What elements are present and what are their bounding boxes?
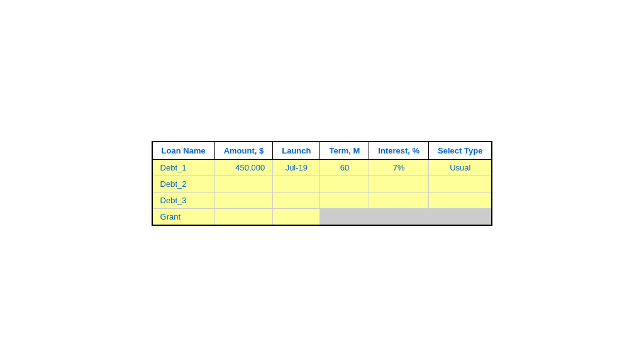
cell-term[interactable]: 60 — [320, 160, 369, 176]
table-row: Debt_1450,000Jul-19607%Usual — [152, 160, 492, 176]
cell-term[interactable] — [320, 209, 369, 226]
cell-select_type[interactable] — [429, 209, 492, 226]
cell-interest[interactable] — [369, 176, 429, 193]
cell-term[interactable] — [320, 193, 369, 209]
cell-interest[interactable] — [369, 209, 429, 226]
cell-select_type[interactable] — [429, 176, 492, 193]
cell-loan_name[interactable]: Grant — [152, 209, 215, 226]
col-header-term: Term, M — [320, 142, 369, 160]
cell-launch[interactable] — [273, 176, 320, 193]
cell-amount[interactable]: 450,000 — [214, 160, 273, 176]
cell-interest[interactable] — [369, 193, 429, 209]
cell-amount[interactable] — [214, 193, 273, 209]
cell-launch[interactable] — [273, 209, 320, 226]
table-row: Debt_3 — [152, 193, 492, 209]
cell-select_type[interactable]: Usual — [429, 160, 492, 176]
table-header-row: Loan Name Amount, $ Launch Term, M Inter… — [152, 142, 492, 160]
cell-select_type[interactable] — [429, 193, 492, 209]
debt-assumptions-table: Loan Name Amount, $ Launch Term, M Inter… — [152, 141, 493, 226]
cell-amount[interactable] — [214, 209, 273, 226]
col-header-launch: Launch — [273, 142, 320, 160]
cell-loan_name[interactable]: Debt_1 — [152, 160, 215, 176]
col-header-select-type: Select Type — [429, 142, 492, 160]
col-header-loan-name: Loan Name — [152, 142, 215, 160]
cell-amount[interactable] — [214, 176, 273, 193]
main-container: Loan Name Amount, $ Launch Term, M Inter… — [152, 137, 493, 226]
col-header-interest: Interest, % — [369, 142, 429, 160]
cell-interest[interactable]: 7% — [369, 160, 429, 176]
cell-launch[interactable] — [273, 193, 320, 209]
cell-loan_name[interactable]: Debt_2 — [152, 176, 215, 193]
cell-launch[interactable]: Jul-19 — [273, 160, 320, 176]
cell-term[interactable] — [320, 176, 369, 193]
table-row: Debt_2 — [152, 176, 492, 193]
col-header-amount: Amount, $ — [214, 142, 273, 160]
table-row: Grant — [152, 209, 492, 226]
cell-loan_name[interactable]: Debt_3 — [152, 193, 215, 209]
